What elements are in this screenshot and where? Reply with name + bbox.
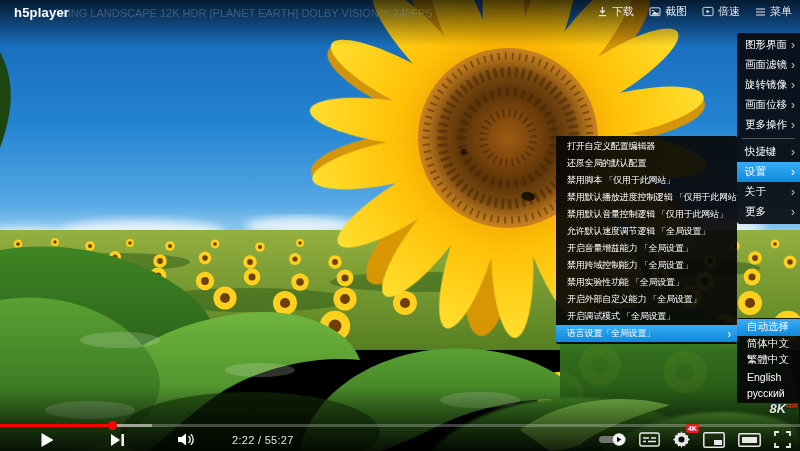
side-item-label: 更多操作: [745, 118, 787, 132]
side-item-more-actions[interactable]: 更多操作›: [737, 115, 800, 135]
menu-icon: [755, 7, 766, 17]
menu-divider: [742, 138, 795, 139]
settings-item-label: 开启调试模式 「全局设置」: [567, 310, 675, 323]
8k-watermark: 8KHDR: [770, 401, 797, 416]
next-button[interactable]: [110, 433, 125, 447]
settings-item-disable-experimental[interactable]: 禁用实验性功能 「全局设置」: [556, 274, 737, 291]
chevron-right-icon: ›: [791, 166, 795, 178]
side-item-about[interactable]: 关于›: [737, 182, 800, 202]
settings-item-volume-gain[interactable]: 开启音量增益能力 「全局设置」: [556, 240, 737, 257]
settings-item-debug-mode[interactable]: 开启调试模式 「全局设置」: [556, 308, 737, 325]
topbar-buttons: 下载 截图 倍速 菜单: [597, 4, 792, 19]
side-item-filters[interactable]: 画面滤镜›: [737, 55, 800, 75]
chevron-right-icon: ›: [791, 206, 795, 218]
miniplayer-icon[interactable]: [703, 432, 725, 448]
lang-item-label: 繁體中文: [747, 353, 789, 367]
side-item-label: 画面位移: [745, 98, 787, 112]
chevron-right-icon: ›: [791, 79, 795, 91]
chevron-right-icon: ›: [791, 119, 795, 131]
h5player-logo: h5player: [14, 5, 69, 20]
lang-item-english[interactable]: English: [737, 369, 800, 386]
settings-item-open-config-editor[interactable]: 打开自定义配置编辑器: [556, 138, 737, 155]
theater-icon[interactable]: [738, 433, 761, 447]
settings-item-language[interactable]: 语言设置「全局设置」›: [556, 325, 737, 342]
progress-played: [0, 424, 112, 427]
side-item-more[interactable]: 更多›: [737, 202, 800, 222]
player-controls: 2:22 / 55:27 4K: [0, 428, 800, 451]
settings-item-label: 打开自定义配置编辑器: [567, 140, 655, 153]
settings-item-label: 禁用默认音量控制逻辑 「仅用于此网站」: [567, 208, 728, 221]
volume-button[interactable]: [177, 432, 196, 447]
progress-bar[interactable]: [0, 424, 800, 427]
side-item-label: 快捷键: [745, 145, 777, 159]
settings-gear-icon[interactable]: 4K: [673, 431, 690, 448]
chevron-right-icon: ›: [791, 146, 795, 158]
chevron-right-icon: ›: [791, 186, 795, 198]
side-item-label: 画面滤镜: [745, 58, 787, 72]
side-item-label: 旋转镜像: [745, 78, 787, 92]
lang-item-label: 简体中文: [747, 337, 789, 351]
chevron-right-icon: ›: [727, 328, 731, 340]
screenshot-icon: [649, 6, 661, 17]
settings-item-label: 语言设置「全局设置」: [567, 327, 655, 340]
controls-right: 4K: [599, 431, 800, 448]
side-item-label: 图形界面: [745, 38, 787, 52]
settings-item-label: 禁用实验性功能 「全局设置」: [567, 276, 684, 289]
side-menu: 图形界面› 画面滤镜› 旋转镜像› 画面位移› 更多操作› 快捷键› 设置› 关…: [737, 33, 800, 224]
settings-item-external-custom[interactable]: 开启外部自定义能力 「全局设置」: [556, 291, 737, 308]
settings-item-disable-script[interactable]: 禁用脚本 「仅用于此网站」: [556, 172, 737, 189]
subtitles-icon[interactable]: [639, 432, 660, 447]
side-item-label: 设置: [745, 165, 766, 179]
settings-item-label: 开启外部自定义能力 「全局设置」: [567, 293, 701, 306]
language-menu: 自动选择 简体中文 繁體中文 English русский: [737, 318, 800, 403]
lang-item-zh-cn[interactable]: 简体中文: [737, 336, 800, 353]
fullscreen-icon[interactable]: [774, 431, 791, 448]
play-button[interactable]: [40, 432, 55, 448]
speed-icon: [702, 6, 714, 17]
lang-item-russian[interactable]: русский: [737, 385, 800, 402]
settings-item-allow-speed-control[interactable]: 允许默认速度调节逻辑 「全局设置」: [556, 223, 737, 240]
settings-menu: 打开自定义配置编辑器 还原全局的默认配置 禁用脚本 「仅用于此网站」 禁用默认播…: [556, 136, 737, 344]
settings-item-restore-defaults[interactable]: 还原全局的默认配置: [556, 155, 737, 172]
chevron-right-icon: ›: [791, 59, 795, 71]
lang-item-label: English: [747, 371, 781, 383]
lang-item-label: 自动选择: [747, 320, 789, 334]
download-label: 下载: [612, 4, 634, 19]
lang-item-zh-tw[interactable]: 繁體中文: [737, 352, 800, 369]
settings-item-label: 禁用脚本 「仅用于此网站」: [567, 174, 675, 187]
settings-item-label: 开启音量增益能力 「全局设置」: [567, 242, 693, 255]
lang-item-label: русский: [747, 387, 785, 399]
lang-item-auto[interactable]: 自动选择: [737, 319, 800, 336]
side-item-label: 关于: [745, 185, 766, 199]
video-title: AKING LANDSCAPE 12K HDR [PLANET EARTH] D…: [53, 7, 433, 19]
side-item-graphic-ui[interactable]: 图形界面›: [737, 35, 800, 55]
settings-item-disable-crossorigin[interactable]: 禁用跨域控制能力 「全局设置」: [556, 257, 737, 274]
side-item-picture-shift[interactable]: 画面位移›: [737, 95, 800, 115]
autoplay-toggle[interactable]: [599, 433, 626, 446]
screenshot-button[interactable]: 截图: [649, 4, 687, 19]
settings-item-disable-progress-control[interactable]: 禁用默认播放进度控制逻辑 「仅用于此网站」: [556, 189, 737, 206]
time-display: 2:22 / 55:27: [232, 434, 294, 446]
chevron-right-icon: ›: [791, 39, 795, 51]
side-item-label: 更多: [745, 205, 766, 219]
watermark-text: 8K: [770, 401, 787, 416]
watermark-badge: HDR: [786, 403, 797, 409]
settings-item-label: 允许默认速度调节逻辑 「全局设置」: [567, 225, 710, 238]
speed-button[interactable]: 倍速: [702, 4, 740, 19]
menu-button[interactable]: 菜单: [755, 4, 792, 19]
quality-badge: 4K: [686, 424, 699, 433]
controls-left: 2:22 / 55:27: [0, 432, 294, 448]
side-item-hotkeys[interactable]: 快捷键›: [737, 142, 800, 162]
download-icon: [597, 6, 608, 17]
speed-label: 倍速: [718, 4, 740, 19]
settings-item-label: 禁用跨域控制能力 「全局设置」: [567, 259, 693, 272]
settings-item-label: 禁用默认播放进度控制逻辑 「仅用于此网站」: [567, 191, 737, 204]
video-player: h5player AKING LANDSCAPE 12K HDR [PLANET…: [0, 0, 800, 451]
download-button[interactable]: 下载: [597, 4, 634, 19]
settings-item-label: 还原全局的默认配置: [567, 157, 646, 170]
screenshot-label: 截图: [665, 4, 687, 19]
menu-label: 菜单: [770, 4, 792, 19]
side-item-rotate-mirror[interactable]: 旋转镜像›: [737, 75, 800, 95]
settings-item-disable-volume-control[interactable]: 禁用默认音量控制逻辑 「仅用于此网站」: [556, 206, 737, 223]
side-item-settings[interactable]: 设置›: [737, 162, 800, 182]
